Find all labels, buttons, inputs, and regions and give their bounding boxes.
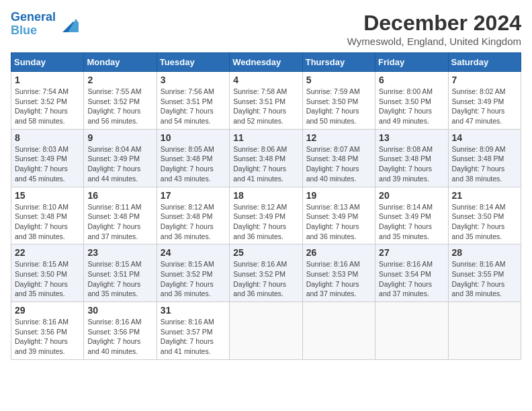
calendar-cell: 7 Sunrise: 8:02 AM Sunset: 3:49 PM Dayli…: [448, 72, 521, 130]
day-number: 18: [233, 190, 298, 201]
day-number: 19: [306, 190, 371, 201]
day-number: 25: [233, 247, 298, 258]
day-number: 15: [15, 190, 80, 201]
day-info: Sunrise: 7:54 AM Sunset: 3:52 PM Dayligh…: [15, 87, 80, 126]
day-header-sunday: Sunday: [11, 53, 84, 72]
day-info: Sunrise: 8:04 AM Sunset: 3:49 PM Dayligh…: [87, 144, 152, 184]
day-number: 23: [87, 247, 152, 258]
calendar-cell: 14 Sunrise: 8:09 AM Sunset: 3:48 PM Dayl…: [448, 129, 521, 187]
logo-text: General: [11, 11, 56, 24]
day-info: Sunrise: 8:14 AM Sunset: 3:50 PM Dayligh…: [452, 202, 517, 242]
day-number: 11: [233, 132, 298, 143]
day-info: Sunrise: 8:09 AM Sunset: 3:48 PM Dayligh…: [452, 144, 517, 184]
day-info: Sunrise: 8:08 AM Sunset: 3:48 PM Dayligh…: [379, 144, 444, 184]
day-info: Sunrise: 7:56 AM Sunset: 3:51 PM Dayligh…: [161, 87, 226, 126]
day-header-wednesday: Wednesday: [230, 53, 302, 72]
calendar-cell: [448, 302, 521, 360]
title-section: December 2024 Wymeswold, England, United…: [347, 11, 521, 47]
day-info: Sunrise: 8:10 AM Sunset: 3:48 PM Dayligh…: [15, 202, 80, 242]
logo: General Blue: [11, 11, 79, 38]
day-info: Sunrise: 8:00 AM Sunset: 3:50 PM Dayligh…: [379, 87, 444, 126]
calendar-week-5: 29 Sunrise: 8:16 AM Sunset: 3:56 PM Dayl…: [11, 302, 521, 360]
day-number: 31: [161, 305, 226, 316]
calendar-cell: 26 Sunrise: 8:16 AM Sunset: 3:53 PM Dayl…: [302, 244, 375, 302]
calendar-cell: 24 Sunrise: 8:15 AM Sunset: 3:52 PM Dayl…: [157, 244, 229, 302]
day-info: Sunrise: 8:15 AM Sunset: 3:51 PM Dayligh…: [87, 259, 152, 299]
calendar-cell: 20 Sunrise: 8:14 AM Sunset: 3:49 PM Dayl…: [375, 187, 448, 244]
day-info: Sunrise: 8:15 AM Sunset: 3:50 PM Dayligh…: [15, 259, 80, 299]
calendar-cell: 8 Sunrise: 8:03 AM Sunset: 3:49 PM Dayli…: [11, 129, 84, 187]
calendar-cell: 12 Sunrise: 8:07 AM Sunset: 3:48 PM Dayl…: [302, 129, 375, 187]
day-number: 24: [161, 247, 226, 258]
day-number: 10: [161, 132, 226, 143]
calendar-cell: 6 Sunrise: 8:00 AM Sunset: 3:50 PM Dayli…: [375, 72, 448, 130]
page-header: General Blue December 2024 Wymeswold, En…: [11, 11, 521, 47]
calendar-cell: 5 Sunrise: 7:59 AM Sunset: 3:50 PM Dayli…: [302, 72, 375, 130]
calendar-cell: 2 Sunrise: 7:55 AM Sunset: 3:52 PM Dayli…: [84, 72, 157, 130]
logo-text2: Blue: [11, 24, 56, 38]
day-number: 27: [379, 247, 444, 258]
day-info: Sunrise: 8:16 AM Sunset: 3:52 PM Dayligh…: [233, 259, 298, 299]
day-number: 3: [161, 75, 226, 85]
calendar-cell: 30 Sunrise: 8:16 AM Sunset: 3:56 PM Dayl…: [84, 302, 157, 360]
calendar-cell: 4 Sunrise: 7:58 AM Sunset: 3:51 PM Dayli…: [230, 72, 302, 130]
day-header-friday: Friday: [375, 53, 448, 72]
calendar-cell: 13 Sunrise: 8:08 AM Sunset: 3:48 PM Dayl…: [375, 129, 448, 187]
calendar-cell: 22 Sunrise: 8:15 AM Sunset: 3:50 PM Dayl…: [11, 244, 84, 302]
calendar-cell: 15 Sunrise: 8:10 AM Sunset: 3:48 PM Dayl…: [11, 187, 84, 244]
day-info: Sunrise: 8:02 AM Sunset: 3:49 PM Dayligh…: [452, 87, 517, 126]
calendar-cell: [230, 302, 302, 360]
day-header-saturday: Saturday: [448, 53, 521, 72]
day-info: Sunrise: 8:03 AM Sunset: 3:49 PM Dayligh…: [15, 144, 80, 184]
day-number: 28: [452, 247, 517, 258]
day-number: 4: [233, 75, 298, 85]
calendar-week-2: 8 Sunrise: 8:03 AM Sunset: 3:49 PM Dayli…: [11, 129, 521, 187]
calendar-cell: [302, 302, 375, 360]
month-title: December 2024: [347, 11, 521, 36]
logo-icon: [57, 13, 79, 35]
day-number: 26: [306, 247, 371, 258]
day-number: 29: [15, 305, 80, 316]
day-info: Sunrise: 8:06 AM Sunset: 3:48 PM Dayligh…: [233, 144, 298, 184]
day-info: Sunrise: 8:05 AM Sunset: 3:48 PM Dayligh…: [161, 144, 226, 184]
day-info: Sunrise: 8:12 AM Sunset: 3:49 PM Dayligh…: [233, 202, 298, 242]
calendar-cell: 16 Sunrise: 8:11 AM Sunset: 3:48 PM Dayl…: [84, 187, 157, 244]
calendar-cell: 29 Sunrise: 8:16 AM Sunset: 3:56 PM Dayl…: [11, 302, 84, 360]
day-number: 21: [452, 190, 517, 201]
day-info: Sunrise: 8:16 AM Sunset: 3:54 PM Dayligh…: [379, 259, 444, 299]
calendar-cell: 18 Sunrise: 8:12 AM Sunset: 3:49 PM Dayl…: [230, 187, 302, 244]
calendar-week-4: 22 Sunrise: 8:15 AM Sunset: 3:50 PM Dayl…: [11, 244, 521, 302]
day-number: 8: [15, 132, 80, 143]
day-header-thursday: Thursday: [302, 53, 375, 72]
day-info: Sunrise: 8:16 AM Sunset: 3:56 PM Dayligh…: [87, 317, 152, 357]
location-title: Wymeswold, England, United Kingdom: [347, 36, 521, 47]
day-number: 16: [87, 190, 152, 201]
calendar-cell: 21 Sunrise: 8:14 AM Sunset: 3:50 PM Dayl…: [448, 187, 521, 244]
day-number: 17: [161, 190, 226, 201]
day-info: Sunrise: 8:07 AM Sunset: 3:48 PM Dayligh…: [306, 144, 371, 184]
day-info: Sunrise: 8:16 AM Sunset: 3:55 PM Dayligh…: [452, 259, 517, 299]
day-info: Sunrise: 8:13 AM Sunset: 3:49 PM Dayligh…: [306, 202, 371, 242]
day-number: 7: [452, 75, 517, 85]
day-number: 6: [379, 75, 444, 85]
calendar-cell: [375, 302, 448, 360]
calendar-cell: 17 Sunrise: 8:12 AM Sunset: 3:48 PM Dayl…: [157, 187, 229, 244]
day-number: 12: [306, 132, 371, 143]
day-header-monday: Monday: [84, 53, 157, 72]
day-header-tuesday: Tuesday: [157, 53, 229, 72]
calendar-cell: 31 Sunrise: 8:16 AM Sunset: 3:57 PM Dayl…: [157, 302, 229, 360]
calendar-cell: 1 Sunrise: 7:54 AM Sunset: 3:52 PM Dayli…: [11, 72, 84, 130]
day-number: 22: [15, 247, 80, 258]
calendar-cell: 3 Sunrise: 7:56 AM Sunset: 3:51 PM Dayli…: [157, 72, 229, 130]
calendar-cell: 28 Sunrise: 8:16 AM Sunset: 3:55 PM Dayl…: [448, 244, 521, 302]
day-number: 1: [15, 75, 80, 85]
day-info: Sunrise: 8:16 AM Sunset: 3:57 PM Dayligh…: [161, 317, 226, 357]
calendar-cell: 9 Sunrise: 8:04 AM Sunset: 3:49 PM Dayli…: [84, 129, 157, 187]
day-info: Sunrise: 8:12 AM Sunset: 3:48 PM Dayligh…: [161, 202, 226, 242]
day-info: Sunrise: 7:58 AM Sunset: 3:51 PM Dayligh…: [233, 87, 298, 126]
day-number: 2: [87, 75, 152, 85]
day-info: Sunrise: 8:16 AM Sunset: 3:56 PM Dayligh…: [15, 317, 80, 357]
calendar-cell: 27 Sunrise: 8:16 AM Sunset: 3:54 PM Dayl…: [375, 244, 448, 302]
day-info: Sunrise: 7:59 AM Sunset: 3:50 PM Dayligh…: [306, 87, 371, 126]
day-number: 5: [306, 75, 371, 85]
